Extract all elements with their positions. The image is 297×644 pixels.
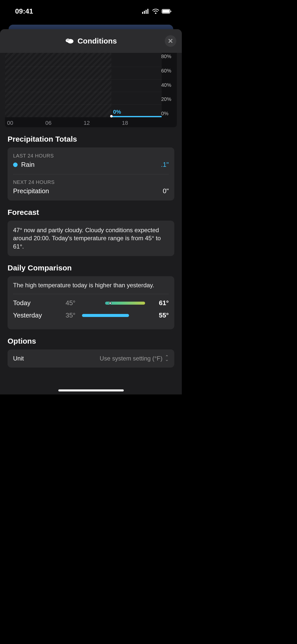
close-icon: ✕ — [168, 37, 173, 45]
unit-label: Unit — [13, 355, 24, 362]
unit-value: Use system setting (°F) — [100, 355, 162, 362]
chart-now-marker — [110, 115, 113, 117]
unit-option-row[interactable]: Unit Use system setting (°F) ⌃⌄ — [13, 355, 169, 362]
sheet-header: Conditions ✕ — [0, 29, 182, 53]
svg-point-4 — [155, 13, 156, 14]
status-indicators — [142, 9, 172, 14]
svg-rect-0 — [142, 12, 143, 14]
chart-now-value: 0% — [113, 109, 121, 115]
compare-today-bar — [78, 302, 149, 305]
svg-point-10 — [66, 38, 69, 41]
chart-y-axis: 80% 60% 40% 20% 0% — [161, 53, 175, 117]
compare-row-today: Today 45° 61° — [13, 299, 169, 307]
precipitation-row: Precipitation 0" — [13, 187, 169, 195]
battery-icon — [162, 9, 172, 14]
status-bar: 09:41 — [0, 0, 182, 20]
compare-today-low: 45° — [58, 299, 78, 307]
daily-comparison-title: Daily Comparison — [0, 256, 182, 276]
precipitation-label: Precipitation — [13, 187, 49, 195]
conditions-sheet: Conditions ✕ 0% 80% 60% 40% — [0, 29, 182, 394]
compare-yesterday-high: 55° — [149, 311, 169, 319]
status-time: 09:41 — [15, 7, 33, 15]
chevron-up-down-icon: ⌃⌄ — [165, 356, 169, 361]
precip-totals-title: Precipitation Totals — [0, 127, 182, 147]
cellular-icon — [142, 9, 150, 14]
rain-row: Rain .1" — [13, 161, 169, 169]
next-24h-label: NEXT 24 HOURS — [13, 179, 169, 185]
precipitation-value: 0" — [163, 187, 169, 195]
compare-row-yesterday: Yesterday 35° 55° — [13, 311, 169, 319]
sheet-title: Conditions — [77, 37, 117, 45]
svg-rect-6 — [162, 10, 169, 13]
rain-label: Rain — [21, 161, 34, 169]
precip-totals-card: LAST 24 HOURS Rain .1" NEXT 24 HOURS Pre… — [8, 147, 174, 200]
home-indicator[interactable] — [58, 389, 124, 391]
unit-value-wrap: Use system setting (°F) ⌃⌄ — [100, 355, 169, 362]
compare-today-label: Today — [13, 299, 58, 307]
compare-today-high: 61° — [149, 299, 169, 307]
compare-yesterday-low: 35° — [58, 311, 78, 319]
now-temperature-dot — [109, 302, 111, 304]
chart-past-region — [5, 53, 111, 117]
options-title: Options — [0, 329, 182, 349]
comparison-summary: The high temperature today is higher tha… — [13, 282, 169, 294]
rain-value: .1" — [161, 161, 169, 169]
forecast-card: 47° now and partly cloudy. Cloudy condit… — [8, 221, 174, 256]
forecast-title: Forecast — [0, 200, 182, 221]
options-card: Unit Use system setting (°F) ⌃⌄ — [8, 349, 174, 368]
close-button[interactable]: ✕ — [165, 35, 176, 47]
svg-rect-7 — [171, 11, 171, 12]
svg-rect-2 — [146, 10, 147, 14]
last-24h-label: LAST 24 HOURS — [13, 153, 169, 159]
svg-rect-1 — [144, 11, 145, 14]
forecast-text: 47° now and partly cloudy. Cloudy condit… — [13, 226, 169, 251]
daily-comparison-card: The high temperature today is higher tha… — [8, 276, 174, 329]
chart-x-axis: 00 06 12 18 — [7, 120, 160, 126]
precipitation-chart[interactable]: 0% 80% 60% 40% 20% 0% 00 06 12 18 — [5, 53, 177, 127]
chart-data-line — [111, 116, 162, 117]
wifi-icon — [152, 9, 159, 14]
clouds-icon — [65, 37, 74, 45]
rain-dot-icon — [13, 163, 18, 167]
compare-yesterday-label: Yesterday — [13, 311, 58, 319]
chart-future-region — [111, 53, 162, 117]
compare-yesterday-bar — [78, 314, 149, 317]
svg-rect-3 — [147, 9, 148, 14]
